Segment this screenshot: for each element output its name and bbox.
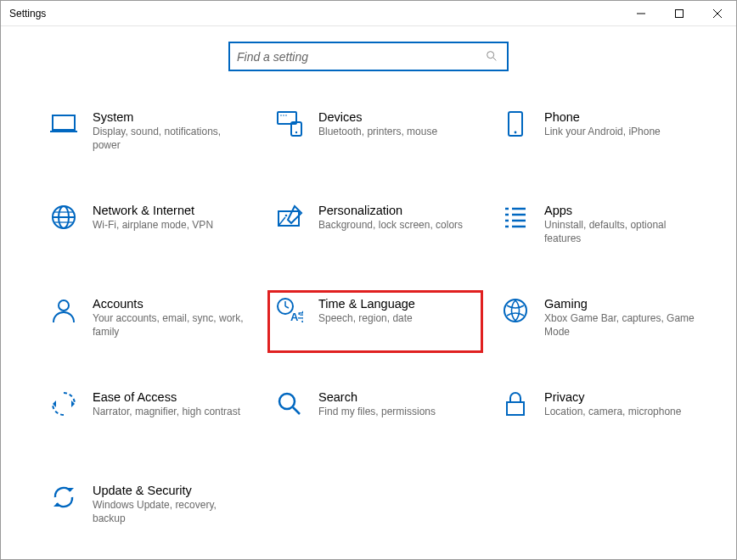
tile-text: Update & Security Windows Update, recove… [93,484,249,525]
paint-icon [276,204,303,231]
tile-title: Devices [318,110,475,124]
apps-icon [502,204,529,231]
tile-accounts[interactable]: Accounts Your accounts, email, sync, wor… [43,292,256,351]
svg-rect-1 [675,10,683,18]
tile-title: Update & Security [93,484,249,497]
search-tile-icon [276,390,303,417]
tile-title: Search [318,390,475,404]
titlebar: Settings [1,1,736,26]
tile-text: Search Find my files, permissions [318,390,475,419]
svg-line-5 [493,58,496,60]
globe-icon [50,204,77,231]
tile-title: Phone [544,110,700,124]
tile-text: Privacy Location, camera, microphone [544,390,700,419]
maximize-button[interactable] [660,1,698,26]
tile-text: Accounts Your accounts, email, sync, wor… [93,297,249,339]
tile-desc: Location, camera, microphone [544,406,700,419]
tile-desc: Wi-Fi, airplane mode, VPN [93,219,249,232]
tile-title: Gaming [544,297,700,311]
svg-point-15 [515,132,517,134]
tile-text: Ease of Access Narrator, magnifier, high… [93,390,249,419]
tile-title: Apps [544,204,700,217]
phone-icon [502,110,529,137]
tile-title: System [93,110,249,124]
search-box[interactable] [228,42,509,71]
svg-point-11 [285,115,287,116]
search-container [1,42,736,71]
tile-personalization[interactable]: Personalization Background, lock screen,… [269,199,481,258]
tile-ease-of-access[interactable]: Ease of Access Narrator, magnifier, high… [43,385,256,445]
tile-desc: Uninstall, defaults, optional features [544,219,700,245]
ease-icon [50,390,77,417]
tile-text: Personalization Background, lock screen,… [318,204,475,232]
update-icon [50,484,77,511]
tile-text: Time & Language Speech, region, date [318,297,475,326]
tile-desc: Bluetooth, printers, mouse [318,126,475,139]
person-icon [50,297,77,324]
tile-title: Accounts [93,297,249,311]
tile-desc: Speech, region, date [318,312,475,326]
svg-point-13 [295,132,297,133]
svg-point-37 [504,300,526,322]
svg-text:A字: A字 [290,311,303,323]
tile-desc: Windows Update, recovery, backup [93,499,249,525]
svg-line-41 [293,407,300,414]
svg-rect-42 [507,402,524,415]
tile-desc: Narrator, magnifier, high contrast [93,406,249,419]
system-icon [50,110,77,137]
tile-text: Network & Internet Wi-Fi, airplane mode,… [93,204,249,232]
close-button[interactable] [698,1,736,26]
tile-desc: Link your Android, iPhone [544,126,700,139]
tile-search[interactable]: Search Find my files, permissions [269,385,481,445]
tile-gaming[interactable]: Gaming Xbox Game Bar, captures, Game Mod… [495,292,707,351]
settings-grid: System Display, sound, notifications, po… [1,105,736,538]
svg-rect-6 [53,115,75,130]
tile-title: Time & Language [318,297,475,311]
tile-devices[interactable]: Devices Bluetooth, printers, mouse [269,105,481,165]
tile-phone[interactable]: Phone Link your Android, iPhone [495,105,707,165]
window-title: Settings [9,8,46,20]
devices-icon [276,110,303,137]
tile-network[interactable]: Network & Internet Wi-Fi, airplane mode,… [43,199,256,258]
tile-title: Network & Internet [93,204,249,217]
svg-line-22 [278,217,285,226]
tile-title: Privacy [544,390,700,404]
tile-title: Ease of Access [93,390,249,404]
tile-update-security[interactable]: Update & Security Windows Update, recove… [43,479,256,538]
tile-desc: Background, lock screen, colors [318,219,475,232]
svg-point-40 [279,394,295,409]
tile-time-language[interactable]: A字 Time & Language Speech, region, date [269,292,481,351]
tile-text: Apps Uninstall, defaults, optional featu… [544,204,700,245]
gaming-icon [502,297,529,324]
tile-text: Gaming Xbox Game Bar, captures, Game Mod… [544,297,700,339]
tile-apps[interactable]: Apps Uninstall, defaults, optional featu… [495,199,707,258]
time-language-icon: A字 [276,297,303,324]
lock-icon [502,390,529,417]
svg-line-35 [285,306,289,308]
tile-system[interactable]: System Display, sound, notifications, po… [43,105,256,165]
search-input[interactable] [237,50,485,64]
minimize-button[interactable] [622,1,660,26]
svg-point-23 [285,215,288,217]
tile-text: Devices Bluetooth, printers, mouse [318,110,475,139]
tile-privacy[interactable]: Privacy Location, camera, microphone [495,385,707,445]
svg-point-9 [280,115,282,116]
tile-desc: Find my files, permissions [318,406,475,419]
tile-desc: Xbox Game Bar, captures, Game Mode [544,312,700,339]
search-icon [485,49,500,64]
svg-point-4 [487,51,494,58]
tile-desc: Display, sound, notifications, power [93,126,249,152]
svg-point-32 [59,300,69,311]
tile-text: Phone Link your Android, iPhone [544,110,700,139]
svg-point-10 [283,115,284,116]
window-controls [622,1,736,26]
tile-text: System Display, sound, notifications, po… [93,110,249,152]
tile-desc: Your accounts, email, sync, work, family [93,312,249,339]
tile-title: Personalization [318,204,475,217]
